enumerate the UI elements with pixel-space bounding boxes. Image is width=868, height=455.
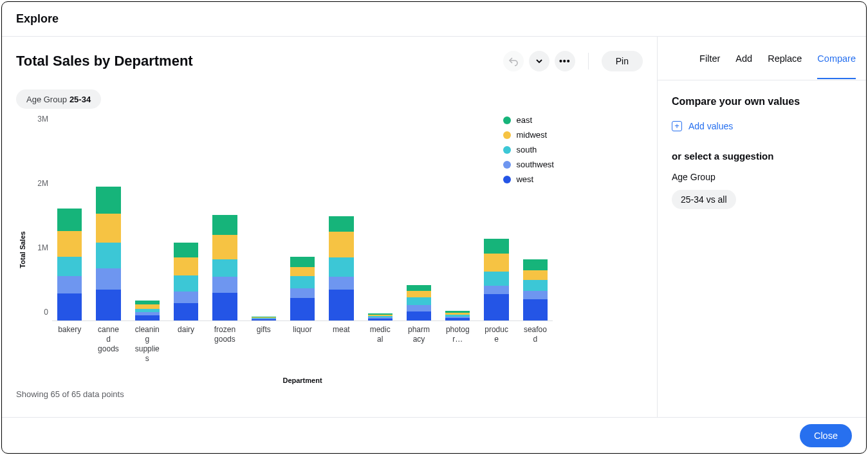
- legend-swatch: [503, 176, 511, 183]
- x-tick: liquor: [290, 325, 315, 364]
- bar[interactable]: [57, 209, 82, 320]
- legend-item[interactable]: southwest: [503, 160, 554, 169]
- bar[interactable]: [96, 187, 120, 320]
- legend-label: midwest: [516, 130, 547, 140]
- dialog-body: Total Sales by Department •••: [2, 37, 866, 417]
- filter-chip-value: 25-34: [69, 95, 91, 104]
- bar-segment-south: [407, 297, 431, 305]
- x-tick: pharmacy: [407, 325, 431, 364]
- x-tick: seafood: [523, 325, 548, 364]
- bar[interactable]: [445, 311, 470, 320]
- y-axis-label-text: Total Sales: [19, 231, 26, 268]
- bar-segment-midwest: [484, 254, 508, 272]
- history-actions: •••: [503, 51, 575, 71]
- bar-segment-south: [96, 243, 120, 268]
- bar-segment-south: [484, 272, 508, 286]
- bar-segment-east: [523, 259, 548, 270]
- x-tick: bakery: [57, 325, 82, 364]
- bar[interactable]: [484, 239, 508, 320]
- dialog-footer: Close: [2, 417, 866, 453]
- chevron-down-icon: [535, 57, 544, 66]
- expand-button[interactable]: [529, 51, 549, 71]
- tab-compare[interactable]: Compare: [817, 38, 856, 79]
- legend-item[interactable]: south: [503, 145, 554, 154]
- bar[interactable]: [174, 243, 198, 320]
- bar-segment-midwest: [523, 270, 548, 280]
- chart: Total Sales eastmidwestsouthsouthwestwes…: [16, 115, 643, 384]
- x-tick: meat: [329, 325, 353, 364]
- legend-item[interactable]: east: [503, 115, 554, 125]
- bar-segment-west: [135, 315, 160, 320]
- explore-dialog: Explore Total Sales by Department •••: [1, 1, 867, 454]
- plot-wrap: eastmidwestsouthsouthwestwest 01M2M3M ba…: [29, 115, 643, 384]
- bar-segment-midwest: [57, 231, 82, 257]
- bar-segment-midwest: [407, 291, 431, 297]
- close-button[interactable]: Close: [800, 424, 852, 447]
- bar-segment-west: [368, 319, 392, 320]
- bar-segment-southwest: [523, 291, 548, 299]
- bar-segment-west: [57, 293, 82, 320]
- suggestion-group-label: Age Group: [672, 172, 852, 182]
- legend-item[interactable]: midwest: [503, 130, 554, 140]
- tab-replace[interactable]: Replace: [768, 38, 802, 79]
- bar-segment-east: [57, 209, 82, 231]
- bar[interactable]: [212, 215, 237, 320]
- dots-icon: •••: [559, 56, 571, 66]
- main-header: Total Sales by Department •••: [16, 51, 643, 71]
- or-select-heading: or select a suggestion: [672, 151, 852, 162]
- bar-segment-midwest: [135, 304, 160, 309]
- bar-segment-east: [484, 239, 508, 254]
- tab-add[interactable]: Add: [735, 38, 752, 79]
- bar-segment-south: [290, 276, 315, 288]
- plot-area: eastmidwestsouthsouthwestwest 01M2M3M: [52, 115, 553, 321]
- dialog-title: Explore: [2, 2, 866, 37]
- x-tick: canned goods: [96, 325, 120, 364]
- undo-icon: [508, 56, 519, 66]
- bar[interactable]: [368, 313, 392, 320]
- bar-segment-west: [252, 319, 276, 320]
- divider: [588, 53, 589, 70]
- undo-button[interactable]: [503, 51, 524, 71]
- tab-filter[interactable]: Filter: [699, 38, 720, 79]
- bar-segment-south: [57, 257, 82, 276]
- bar-segment-midwest: [212, 235, 237, 259]
- bar-segment-south: [212, 259, 237, 277]
- bar-segment-east: [212, 215, 237, 235]
- x-tick: gifts: [252, 325, 276, 364]
- bar[interactable]: [407, 285, 431, 320]
- bar-segment-east: [96, 187, 120, 214]
- bar-segment-south: [523, 280, 548, 291]
- bar-segment-east: [174, 243, 198, 257]
- x-tick: photogr…: [445, 325, 470, 364]
- x-tick: dairy: [174, 325, 198, 364]
- bar-segment-southwest: [290, 288, 315, 298]
- more-button[interactable]: •••: [555, 51, 575, 71]
- y-axis-label: Total Sales: [16, 115, 29, 384]
- compare-heading: Compare your own values: [672, 96, 852, 107]
- legend: eastmidwestsouthsouthwestwest: [503, 115, 554, 184]
- bar-segment-west: [484, 294, 508, 320]
- bar-segment-east: [290, 257, 315, 267]
- bar[interactable]: [252, 317, 276, 320]
- bar[interactable]: [290, 257, 315, 320]
- legend-swatch: [503, 161, 511, 169]
- plus-icon: +: [672, 121, 682, 131]
- bar-segment-midwest: [290, 267, 315, 276]
- add-values-button[interactable]: + Add values: [672, 121, 733, 131]
- bar-segment-west: [523, 299, 548, 320]
- x-tick: produce: [484, 325, 508, 364]
- side-panel: Filter Add Replace Compare Compare your …: [658, 37, 866, 417]
- datapoint-count: Showing 65 of 65 data points: [16, 389, 643, 399]
- suggestion-pill[interactable]: 25-34 vs all: [672, 190, 736, 209]
- bar-segment-southwest: [484, 286, 508, 294]
- bar[interactable]: [329, 216, 353, 320]
- bar-segment-west: [96, 290, 120, 320]
- legend-item[interactable]: west: [503, 174, 554, 184]
- legend-label: south: [516, 145, 537, 154]
- bar[interactable]: [135, 301, 160, 320]
- bar[interactable]: [523, 259, 548, 320]
- pin-button[interactable]: Pin: [602, 51, 643, 71]
- x-tick: medical: [368, 325, 392, 364]
- active-filter-chip[interactable]: Age Group 25-34: [16, 89, 101, 109]
- bar-segment-southwest: [57, 276, 82, 293]
